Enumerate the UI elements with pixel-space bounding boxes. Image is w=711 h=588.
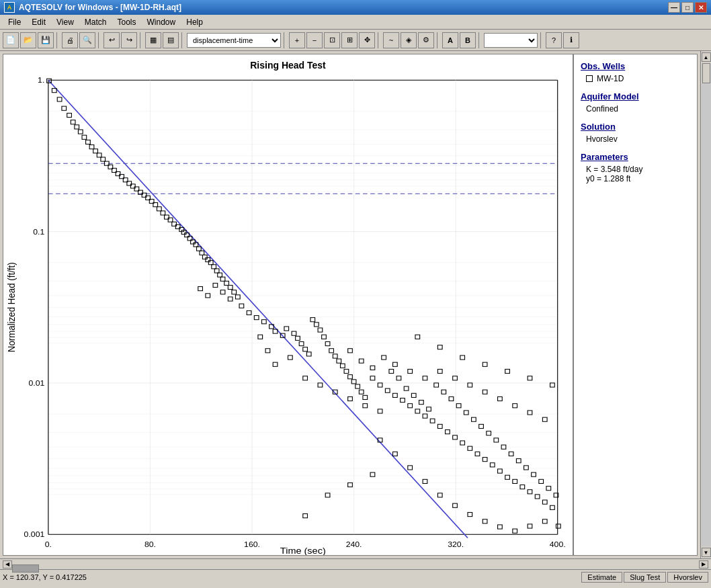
separator-9 bbox=[540, 32, 543, 48]
menu-tools[interactable]: Tools bbox=[112, 16, 142, 28]
separator-5 bbox=[284, 32, 286, 48]
pan-button[interactable]: ✥ bbox=[359, 32, 375, 48]
svg-text:0.: 0. bbox=[45, 540, 52, 548]
estimate-button[interactable]: Estimate bbox=[581, 572, 622, 583]
obs-wells-title: Obs. Wells bbox=[581, 61, 690, 71]
print-button[interactable]: 🖨 bbox=[62, 32, 78, 48]
menu-edit[interactable]: Edit bbox=[26, 16, 51, 28]
parameter-k: K = 3.548 ft/day bbox=[586, 165, 690, 174]
text-b-button[interactable]: B bbox=[460, 32, 476, 48]
parameter-y0: y0 = 1.288 ft bbox=[586, 174, 690, 183]
zoom-in-button[interactable]: + bbox=[289, 32, 305, 48]
horizontal-scrollbar[interactable]: ◀ ▶ bbox=[0, 558, 711, 569]
h-scroll-thumb[interactable] bbox=[12, 564, 39, 573]
legend-mw1d-label: MW-1D bbox=[597, 74, 624, 83]
svg-text:320.: 320. bbox=[448, 540, 464, 548]
menu-help[interactable]: Help bbox=[181, 16, 208, 28]
separator-1 bbox=[56, 32, 59, 48]
zoom-fit-button[interactable]: ⊡ bbox=[324, 32, 340, 48]
save-button[interactable]: 💾 bbox=[38, 32, 54, 48]
separator-7 bbox=[437, 32, 440, 48]
menu-file[interactable]: File bbox=[3, 16, 26, 28]
svg-text:0.1: 0.1 bbox=[33, 227, 44, 235]
font-select[interactable] bbox=[484, 33, 538, 48]
legend-square-mw1d bbox=[586, 75, 593, 82]
redo-button[interactable]: ↪ bbox=[121, 32, 137, 48]
svg-text:160.: 160. bbox=[244, 540, 260, 548]
svg-text:400.: 400. bbox=[550, 540, 566, 548]
print-preview-button[interactable]: 🔍 bbox=[79, 32, 95, 48]
title-bar-left: A AQTESOLV for Windows - [MW-1D-RH.aqt] bbox=[4, 2, 181, 13]
minimize-button[interactable]: — bbox=[668, 2, 680, 13]
scroll-left-arrow[interactable]: ◀ bbox=[3, 560, 12, 569]
separator-4 bbox=[181, 32, 184, 48]
svg-text:240.: 240. bbox=[346, 540, 362, 548]
menu-view[interactable]: View bbox=[51, 16, 79, 28]
solution-value: Hvorslev bbox=[586, 134, 690, 144]
scroll-up-arrow[interactable]: ▲ bbox=[702, 52, 711, 62]
app-icon: A bbox=[4, 2, 15, 13]
parameters-title: Parameters bbox=[581, 152, 690, 162]
solution-section: Solution Hvorslev bbox=[581, 122, 690, 144]
coordinates-display: X = 120.37, Y = 0.417225 bbox=[3, 573, 87, 581]
restore-button[interactable]: □ bbox=[681, 2, 694, 13]
obs-wells-section: Obs. Wells MW-1D bbox=[581, 61, 690, 83]
curve-fit-button[interactable]: ~ bbox=[383, 32, 399, 48]
table-button[interactable]: ▦ bbox=[145, 32, 161, 48]
help-button[interactable]: ? bbox=[546, 32, 562, 48]
scroll-thumb[interactable] bbox=[702, 63, 710, 83]
solution-title: Solution bbox=[581, 122, 690, 132]
menu-bar: File Edit View Match Tools Window Help bbox=[0, 15, 711, 30]
title-bar: A AQTESOLV for Windows - [MW-1D-RH.aqt] … bbox=[0, 0, 711, 15]
svg-text:1.: 1. bbox=[38, 76, 44, 84]
scroll-track[interactable] bbox=[702, 63, 711, 546]
right-scrollbar[interactable]: ▲ ▼ bbox=[700, 51, 711, 558]
chart-svg: Normalized Head (ft/ft) Time (sec) 1. 0.… bbox=[3, 73, 573, 555]
status-bar: X = 120.37, Y = 0.417225 Estimate Slug T… bbox=[0, 569, 711, 584]
legend-mw1d: MW-1D bbox=[586, 74, 690, 83]
hvorslev-button[interactable]: Hvorslev bbox=[667, 572, 708, 583]
scroll-down-arrow[interactable]: ▼ bbox=[702, 548, 711, 557]
about-button[interactable]: ℹ bbox=[563, 32, 579, 48]
toolbar: 📄 📂 💾 🖨 🔍 ↩ ↪ ▦ ▤ displacement-time log-… bbox=[0, 30, 711, 51]
svg-text:0.01: 0.01 bbox=[28, 378, 44, 386]
parameters-section: Parameters K = 3.548 ft/day y0 = 1.288 f… bbox=[581, 152, 690, 183]
aquifer-model-title: Aquifer Model bbox=[581, 91, 690, 101]
x-axis-label: Time (sec) bbox=[280, 546, 326, 555]
graph-button[interactable]: ▤ bbox=[163, 32, 179, 48]
aquifer-model-section: Aquifer Model Confined bbox=[581, 91, 690, 114]
scroll-right-arrow[interactable]: ▶ bbox=[699, 560, 708, 569]
menu-match[interactable]: Match bbox=[79, 16, 112, 28]
menu-window[interactable]: Window bbox=[142, 16, 181, 28]
svg-text:80.: 80. bbox=[144, 540, 156, 548]
separator-6 bbox=[378, 32, 380, 48]
plot-type-select[interactable]: displacement-time log-time recovery bbox=[187, 33, 281, 48]
aquifer-model-value: Confined bbox=[586, 104, 690, 114]
separator-2 bbox=[98, 32, 101, 48]
new-button[interactable]: 📄 bbox=[3, 32, 19, 48]
status-buttons: Estimate Slug Test Hvorslev bbox=[581, 572, 708, 583]
data-button[interactable]: ◈ bbox=[401, 32, 417, 48]
window-title: AQTESOLV for Windows - [MW-1D-RH.aqt] bbox=[19, 3, 181, 12]
svg-text:0.001: 0.001 bbox=[24, 530, 45, 538]
text-a-button[interactable]: A bbox=[442, 32, 458, 48]
zoom-out-button[interactable]: − bbox=[306, 32, 323, 48]
separator-3 bbox=[140, 32, 142, 48]
y-axis-label: Normalized Head (ft/ft) bbox=[5, 262, 17, 352]
chart-title: Rising Head Test bbox=[3, 54, 573, 73]
legend-panel: Obs. Wells MW-1D Aquifer Model Confined … bbox=[573, 54, 698, 556]
undo-button[interactable]: ↩ bbox=[103, 32, 120, 48]
zoom-select-button[interactable]: ⊞ bbox=[341, 32, 358, 48]
open-button[interactable]: 📂 bbox=[20, 32, 36, 48]
settings-button[interactable]: ⚙ bbox=[418, 32, 434, 48]
slug-test-button[interactable]: Slug Test bbox=[624, 572, 666, 583]
window-controls[interactable]: — □ ✕ bbox=[668, 2, 707, 13]
close-button[interactable]: ✕ bbox=[695, 2, 707, 13]
separator-8 bbox=[478, 32, 481, 48]
